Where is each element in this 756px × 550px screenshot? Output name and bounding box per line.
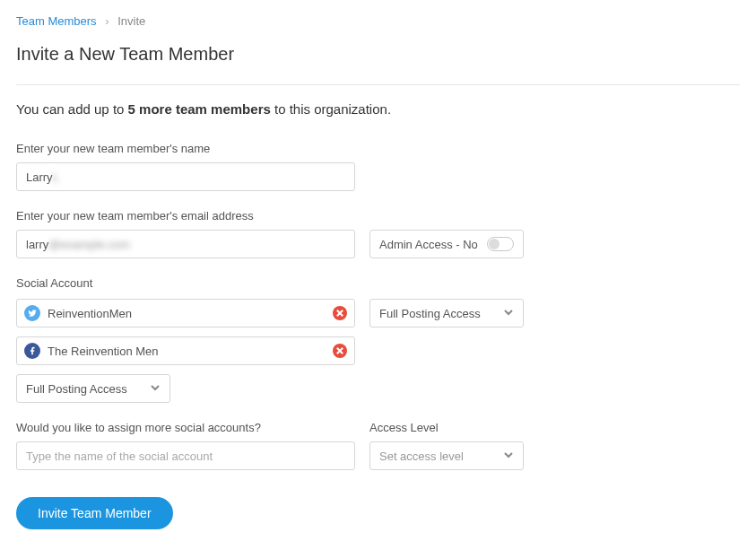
admin-access-label: Admin Access - No [379,238,478,251]
capacity-text: You can add up to 5 more team members to… [16,101,740,117]
facebook-icon [24,343,40,359]
page-title: Invite a New Team Member [16,44,740,65]
access-select-value: Full Posting Access [379,307,481,320]
access-select-value: Full Posting Access [26,382,127,396]
capacity-suffix: to this organization. [271,101,391,117]
social-account-label: Social Account [16,276,740,290]
email-input[interactable]: larry@example.com [16,230,355,258]
access-select[interactable]: Full Posting Access [16,374,170,403]
name-value-visible: Larry [26,170,53,184]
name-input[interactable]: Larry L [16,162,355,191]
social-account-item: The Reinvention Men [16,336,355,365]
name-value-redacted: L [53,170,59,184]
access-select[interactable]: Full Posting Access [369,299,524,327]
assign-more-label: Would you like to assign more social acc… [16,421,355,434]
name-label: Enter your new team member's name [16,142,355,155]
chevron-down-icon [503,450,514,463]
invite-team-member-button[interactable]: Invite Team Member [16,497,173,529]
breadcrumb-current: Invite [117,14,145,28]
admin-access-toggle-box: Admin Access - No [369,230,524,258]
admin-access-toggle[interactable] [487,237,514,251]
social-account-name: The Reinvention Men [48,345,159,358]
access-level-select[interactable]: Set access level [369,441,524,470]
remove-account-button[interactable] [333,344,347,358]
breadcrumb-team-members[interactable]: Team Members [16,14,97,28]
assign-more-input[interactable] [16,441,355,470]
access-level-label: Access Level [369,421,524,434]
capacity-count: 5 more team members [128,101,271,117]
social-account-name: ReinventionMen [48,307,132,320]
remove-account-button[interactable] [333,306,347,320]
breadcrumb: Team Members › Invite [16,14,740,28]
chevron-right-icon: › [105,14,109,28]
toggle-knob [489,239,500,249]
email-label: Enter your new team member's email addre… [16,209,355,223]
chevron-down-icon [150,382,161,396]
access-level-placeholder: Set access level [379,450,464,463]
twitter-icon [24,305,40,321]
social-account-item: ReinventionMen [16,299,355,327]
email-value-visible: larry [26,238,48,251]
divider [16,84,740,85]
email-value-redacted: @example.com [48,238,130,251]
capacity-prefix: You can add up to [16,101,128,117]
chevron-down-icon [503,307,514,320]
